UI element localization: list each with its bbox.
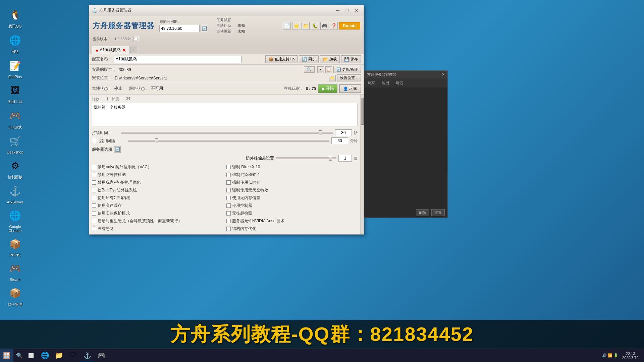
interval-slider[interactable] — [128, 140, 329, 142]
minimize-button[interactable]: ─ — [333, 7, 342, 14]
browse-button[interactable]: 📁 — [329, 75, 336, 81]
sync-button[interactable]: 🔄 同步 — [299, 55, 319, 63]
desktop-icon-qqgame[interactable]: 🎮 QQ游戏 — [3, 108, 28, 130]
desktop-icon-softmgr[interactable]: 📦 软件管理 — [3, 285, 28, 307]
desktop-icon-chrome[interactable]: 🌐 Google Chrome — [3, 207, 28, 233]
save-button[interactable]: 💾 保存 — [341, 55, 361, 63]
desktop-icon-steam[interactable]: 🎮 Steam — [3, 260, 28, 282]
no-hang-detect-checkbox[interactable] — [226, 211, 231, 216]
players-button[interactable]: 👤 玩家 — [339, 84, 361, 93]
desktop-icon-arkserver[interactable]: ⚓ ArkServer — [3, 183, 28, 204]
start-button[interactable]: ▶ 开始 — [318, 84, 337, 93]
donate-button[interactable]: Donate — [339, 22, 360, 29]
no-dino-checkbox[interactable] — [92, 227, 96, 231]
desktop-icon-control[interactable]: ⚙ 控制面板 — [3, 158, 28, 180]
directx10-checkbox[interactable] — [226, 165, 231, 169]
desktop-icon-paint[interactable]: 🖼 画图工具 — [3, 82, 28, 104]
file-icon-button[interactable]: 📄 — [283, 22, 291, 30]
duration-slider-row: 持续时间： 秒 — [92, 129, 358, 136]
refresh-button[interactable]: 刷新 — [416, 209, 429, 216]
taskbar-app-ark[interactable]: ⚓ — [80, 349, 94, 362]
all-cpu-checkbox[interactable] — [92, 196, 96, 200]
desktop-icon-qq[interactable]: 🐧 腾讯QQ — [3, 7, 28, 29]
low-memory-checkbox[interactable] — [226, 180, 231, 185]
interval-checkbox[interactable] — [92, 139, 96, 143]
struct-mem-checkbox[interactable] — [226, 227, 231, 231]
check-button[interactable]: ✓ — [317, 66, 324, 73]
duration-slider[interactable] — [121, 132, 333, 134]
vac-checkbox[interactable] — [92, 165, 96, 169]
close-button[interactable]: ✕ — [352, 7, 361, 14]
sync-icon: 🔄 — [302, 57, 307, 62]
respawn-dino-checkbox[interactable] — [92, 219, 96, 223]
options-refresh-icon[interactable]: 🔄 — [114, 146, 121, 153]
tab-a1[interactable]: ● A1测试孤岛 ✕ — [92, 46, 130, 54]
title-bar-text: 方舟服务器管理器 — [99, 7, 333, 13]
duration-thumb[interactable] — [319, 130, 322, 135]
battleye-checkbox[interactable] — [92, 188, 96, 192]
taskbar-app-defender[interactable]: 🛡 — [66, 349, 80, 362]
update-validate-button[interactable]: 🔄 更新/验证 — [333, 66, 361, 73]
task-view-button[interactable]: ⬜ — [25, 349, 37, 362]
tab-add-button[interactable]: + — [130, 47, 137, 53]
star-icon-button[interactable]: ⭐ — [292, 22, 300, 30]
ip-input[interactable] — [159, 25, 200, 32]
taskbar-app-steam[interactable]: 🎮 — [95, 349, 108, 362]
duration-value-input[interactable] — [335, 129, 352, 136]
disable-controller-checkbox[interactable] — [226, 203, 231, 208]
online-players-label: 在线玩家： — [284, 86, 304, 92]
desktop-icon-editplus[interactable]: 📝 EidtPlus — [3, 58, 28, 79]
desktop-icon-deakshop[interactable]: 🛒 Deakshop — [3, 133, 28, 154]
ip-label: 我的公网IP: — [159, 19, 208, 24]
player-physics-checkbox[interactable] — [92, 180, 96, 185]
tab-close-icon[interactable]: ✕ — [122, 48, 126, 53]
qqgame-icon: 🎮 — [7, 108, 23, 124]
desktop-icon-phpis[interactable]: 📦 PHPIS — [3, 236, 28, 257]
copy-button[interactable]: 📋 — [325, 66, 332, 73]
right-panel-tab-players[interactable]: 玩家 — [366, 80, 377, 86]
folder-icon-button[interactable]: 📁 — [302, 22, 310, 30]
no-mem-bias-checkbox[interactable] — [226, 196, 231, 200]
sync-label: 同步 — [308, 57, 316, 62]
bug-icon-button[interactable]: 🐛 — [311, 22, 319, 30]
server-name-textarea[interactable]: 我的第一个服务器 — [92, 103, 358, 126]
high-speed-checkbox[interactable] — [92, 203, 96, 208]
taskbar-app-edge[interactable]: 🌐 — [38, 349, 52, 362]
arkserver-icon: ⚓ — [7, 183, 23, 199]
set-location-button[interactable]: 设置位置... — [337, 74, 361, 81]
reset-button[interactable]: 重置 — [431, 209, 445, 216]
anticheat-thumb[interactable] — [329, 156, 332, 161]
desktop-icon-network[interactable]: 🌐 网络 — [3, 32, 28, 54]
interval-thumb[interactable] — [155, 138, 158, 143]
start-menu-button[interactable]: 🪟 — [0, 349, 13, 362]
create-zip-button[interactable]: 📦 创建支持Zip — [265, 55, 298, 63]
right-panel-close-button[interactable]: ✕ — [442, 72, 445, 77]
nvidia-ansel-checkbox[interactable] — [226, 219, 231, 223]
status-section: 任务状态 自动启动： 未知 自动更新： 未知 — [216, 17, 245, 34]
steam-link-button[interactable]: 🎮 — [320, 22, 328, 30]
help-icon-button[interactable]: ❓ — [330, 22, 338, 30]
mix-mode4-checkbox[interactable] — [226, 173, 231, 177]
interval-value-input[interactable] — [331, 137, 348, 144]
right-panel-tab-map[interactable]: 地图 — [380, 80, 391, 86]
scrollbar-thumb[interactable] — [361, 98, 364, 125]
create-zip-label: 创建支持Zip — [275, 57, 294, 62]
right-panel-tab-latency[interactable]: 延迟 — [394, 80, 405, 86]
ip-input-row: 🔄 — [159, 25, 208, 32]
taskbar-search-button[interactable]: 🔍 — [13, 349, 25, 362]
old-protect-checkbox[interactable] — [92, 211, 96, 216]
scrollbar[interactable] — [360, 95, 364, 234]
config-name-input[interactable] — [114, 56, 241, 63]
app-icon: ⚓ — [92, 8, 97, 13]
ip-refresh-button[interactable]: 🔄 — [201, 25, 208, 32]
version-icon-button[interactable]: ⊞ — [133, 36, 139, 42]
maximize-button[interactable]: □ — [343, 7, 352, 14]
load-icon: 📂 — [323, 57, 328, 62]
no-sky-checkbox[interactable] — [226, 188, 231, 192]
anticheat-slider[interactable] — [276, 157, 336, 159]
anticheat-detect-checkbox[interactable] — [92, 173, 96, 177]
load-button[interactable]: 📂 加载 — [320, 55, 340, 63]
version-info-icon-button[interactable]: 🔍 — [304, 66, 315, 73]
anticheat-value-input[interactable] — [338, 155, 352, 162]
taskbar-app-explorer[interactable]: 📁 — [52, 349, 66, 362]
